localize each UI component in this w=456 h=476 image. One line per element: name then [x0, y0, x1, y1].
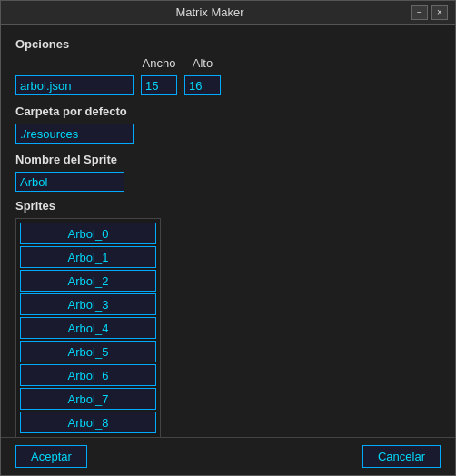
- main-window: Matrix Maker − × Opciones Ancho Alto Car…: [0, 0, 456, 476]
- list-item[interactable]: Arbol_4: [20, 317, 156, 339]
- close-button[interactable]: ×: [431, 5, 448, 20]
- opciones-label: Opciones: [15, 37, 441, 51]
- list-item[interactable]: Arbol_6: [20, 364, 156, 386]
- title-bar: Matrix Maker − ×: [1, 1, 455, 25]
- ancho-input[interactable]: [141, 75, 177, 95]
- alto-header: Alto: [184, 56, 221, 70]
- sprite-name-row: [15, 172, 441, 192]
- list-item[interactable]: Arbol_2: [20, 270, 156, 292]
- alto-input[interactable]: [184, 75, 221, 95]
- ancho-header: Ancho: [141, 56, 177, 70]
- footer: Aceptar Cancelar: [1, 437, 455, 475]
- title-bar-controls: − ×: [411, 5, 448, 20]
- folder-label: Carpeta por defecto: [15, 104, 441, 118]
- list-item[interactable]: Arbol_0: [20, 223, 156, 244]
- window-content: Opciones Ancho Alto Carpeta por defecto …: [1, 25, 455, 437]
- list-item[interactable]: Arbol_5: [20, 341, 156, 362]
- list-item[interactable]: Arbol_7: [20, 388, 156, 410]
- sprite-name-input[interactable]: [15, 172, 124, 192]
- list-item[interactable]: Arbol_1: [20, 246, 156, 268]
- sprite-name-label: Nombre del Sprite: [15, 153, 441, 166]
- folder-row: [15, 124, 441, 144]
- list-item[interactable]: Arbol_8: [20, 412, 156, 433]
- window-title: Matrix Maker: [8, 5, 411, 19]
- filename-input[interactable]: [15, 75, 134, 95]
- filename-row: [15, 75, 441, 95]
- sprites-list: Arbol_0Arbol_1Arbol_2Arbol_3Arbol_4Arbol…: [15, 218, 161, 437]
- col-headers: Ancho Alto: [15, 56, 441, 70]
- sprites-label: Sprites: [15, 199, 441, 213]
- cancel-button[interactable]: Cancelar: [362, 445, 441, 468]
- accept-button[interactable]: Aceptar: [15, 445, 87, 468]
- list-item[interactable]: Arbol_3: [20, 293, 156, 315]
- minimize-button[interactable]: −: [411, 5, 428, 20]
- folder-input[interactable]: [15, 124, 134, 144]
